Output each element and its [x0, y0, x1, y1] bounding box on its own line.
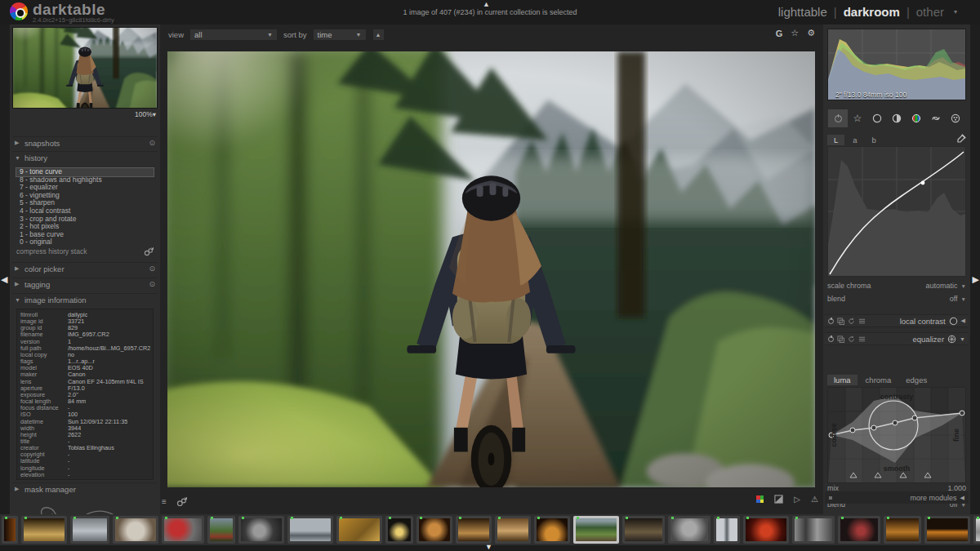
- tagging-target-icon[interactable]: ⊙: [149, 280, 155, 288]
- scale-chroma-combo[interactable]: scale chroma automatic ▼: [827, 280, 966, 291]
- section-mask-manager[interactable]: ▶ mask manager: [12, 482, 158, 495]
- multi-instance-icon[interactable]: [837, 318, 844, 325]
- view-link-lighttable[interactable]: lighttable: [778, 5, 827, 19]
- bottom-panel-collapse-arrow-icon[interactable]: ▼: [485, 543, 492, 551]
- filmstrip-thumb-garden-vertical[interactable]: [207, 516, 235, 544]
- filmstrip-thumb-sweets-warm[interactable]: [416, 516, 452, 544]
- module-power-icon[interactable]: [828, 318, 834, 324]
- filmstrip-thumb-ember-glow[interactable]: [534, 516, 570, 544]
- more-modules-bar[interactable]: more modules ◀: [825, 491, 969, 504]
- view-link-other[interactable]: other: [916, 5, 944, 19]
- group-tone-icon[interactable]: [887, 109, 906, 127]
- tone-curve-graph[interactable]: [827, 146, 966, 277]
- tab-luma[interactable]: luma: [827, 375, 858, 385]
- raw-warning-icon[interactable]: ⚠: [811, 495, 818, 504]
- reset-icon[interactable]: [848, 318, 855, 325]
- history-item[interactable]: 0 - original: [16, 238, 154, 247]
- hamburger-menu-icon[interactable]: ≡: [162, 497, 167, 506]
- presets-icon[interactable]: [858, 335, 866, 343]
- navigation-thumbnail[interactable]: [12, 27, 158, 109]
- section-image-information[interactable]: ▼ image information: [12, 293, 158, 305]
- left-edge-strip: ◀: [0, 24, 10, 514]
- filmstrip-thumb-pale-bottle[interactable]: [70, 516, 109, 544]
- filmstrip-thumb-bw-pillars[interactable]: [792, 516, 835, 544]
- tab-chroma[interactable]: chroma: [859, 375, 898, 385]
- views-caret-icon[interactable]: ▾: [954, 8, 957, 16]
- color-picker-eyedropper-icon[interactable]: [956, 134, 966, 145]
- equalizer-graph[interactable]: contrasty coarse fine smooth: [827, 387, 966, 483]
- altered-indicator-dot: [577, 517, 579, 519]
- group-color-icon[interactable]: [906, 109, 926, 127]
- filmstrip-thumb-red-figure-dark[interactable]: [838, 516, 880, 544]
- info-row: height2622: [20, 432, 153, 438]
- section-tagging[interactable]: ▶ tagging ⊙: [12, 278, 158, 290]
- compress-history-button[interactable]: compress history stack: [16, 247, 154, 256]
- tab-L[interactable]: L: [827, 135, 844, 145]
- filmstrip-thumb-pole-sky-vertical[interactable]: [714, 516, 740, 544]
- right-panel-collapse-arrow-icon[interactable]: ▶: [973, 274, 979, 285]
- tone-curve-blend-combo[interactable]: blend off ▼: [827, 293, 966, 304]
- sort-by-dropdown[interactable]: time ▼: [313, 29, 367, 41]
- module-header-local-contrast[interactable]: local contrast ◀: [825, 314, 969, 327]
- expander-icon: ▼: [15, 297, 20, 303]
- collapse-left-icon[interactable]: ◀: [961, 318, 965, 324]
- multi-instance-icon[interactable]: [837, 335, 844, 343]
- filmstrip-thumb-star-lights-vertical[interactable]: [385, 516, 413, 544]
- reset-icon[interactable]: [848, 335, 855, 343]
- group-correct-icon[interactable]: [926, 109, 946, 127]
- section-history[interactable]: ▼ history: [12, 151, 158, 163]
- duplicate-instance-icon[interactable]: [176, 496, 187, 507]
- filmstrip-thumb-dark-furniture[interactable]: [622, 516, 665, 544]
- group-basic-icon[interactable]: [867, 109, 887, 127]
- filmstrip-thumb-camera-lens[interactable]: [238, 516, 284, 544]
- module-header-equalizer[interactable]: equalizer ▼: [825, 332, 969, 345]
- duplicate-icon[interactable]: [144, 247, 154, 256]
- filmstrip-thumb-martini-glass-vertical[interactable]: [973, 516, 980, 544]
- filmstrip-thumb-red-valve[interactable]: [162, 516, 204, 544]
- filmstrip-thumb-bike-forest-selected[interactable]: [573, 516, 619, 544]
- histogram[interactable]: 2" f/13.0 84mm iso 100: [827, 29, 966, 100]
- blend-mask-icon[interactable]: [947, 335, 956, 344]
- view-filter-dropdown[interactable]: all ▼: [189, 29, 278, 41]
- main-image-canvas[interactable]: [167, 51, 815, 487]
- filmstrip-thumb-amber-glow-cut[interactable]: [2, 516, 18, 544]
- left-panel-collapse-arrow-icon[interactable]: ◀: [1, 274, 7, 285]
- tab-a[interactable]: a: [846, 135, 863, 145]
- color-picker-target-icon[interactable]: ⊙: [149, 264, 155, 273]
- group-effect-icon[interactable]: [946, 109, 965, 127]
- filmstrip-thumb-candle-rows[interactable]: [21, 516, 67, 544]
- filmstrip-thumb-sunset-strip[interactable]: [924, 516, 970, 544]
- filmstrip-thumb-amber-dish[interactable]: [884, 516, 921, 544]
- collapse-down-icon[interactable]: ▼: [960, 336, 965, 342]
- sort-direction-button[interactable]: ▲: [372, 29, 385, 41]
- top-panel-collapse-arrow-icon[interactable]: ▲: [483, 0, 490, 8]
- blend-off-circle-icon[interactable]: [949, 317, 958, 326]
- altered-indicator-dot: [746, 517, 749, 519]
- snapshots-target-icon[interactable]: ⊙: [149, 139, 155, 147]
- filmstrip-thumb-winter-tree-bw[interactable]: [287, 516, 333, 544]
- overlays-star-icon[interactable]: ☆: [791, 28, 799, 38]
- presets-icon[interactable]: [858, 318, 866, 325]
- filmstrip-thumb-warm-table[interactable]: [495, 516, 531, 544]
- softproof-icon[interactable]: [774, 495, 783, 504]
- view-link-darkroom[interactable]: darkroom: [844, 5, 900, 19]
- filmstrip-thumb-silver-plate[interactable]: [113, 516, 158, 544]
- filmstrip-thumb-pinecones[interactable]: [336, 516, 382, 544]
- filmstrip-thumb-red-candle[interactable]: [743, 516, 789, 544]
- tone-curve-tabs: L a b: [827, 133, 966, 145]
- grouping-toggle-icon[interactable]: G: [776, 29, 783, 38]
- overexposed-play-icon[interactable]: ▷: [794, 495, 800, 504]
- tab-edges[interactable]: edges: [899, 375, 933, 385]
- preferences-gear-icon[interactable]: ⚙: [807, 28, 815, 38]
- filmstrip-thumb-candle-grid[interactable]: [456, 516, 492, 544]
- nav-zoom-level[interactable]: 100%▾: [135, 110, 156, 118]
- group-active-power-icon[interactable]: [828, 109, 848, 127]
- module-power-icon[interactable]: [828, 336, 834, 342]
- filmstrip-thumb-grey-sculpture[interactable]: [668, 516, 710, 544]
- tab-b[interactable]: b: [866, 135, 883, 145]
- expander-icon: ▶: [15, 140, 20, 146]
- gamut-check-icon[interactable]: [756, 495, 764, 503]
- section-snapshots[interactable]: ▶ snapshots ⊙: [12, 136, 158, 149]
- section-color-picker[interactable]: ▶ color picker ⊙: [12, 262, 158, 274]
- group-favorites-star-icon[interactable]: ☆: [848, 109, 867, 127]
